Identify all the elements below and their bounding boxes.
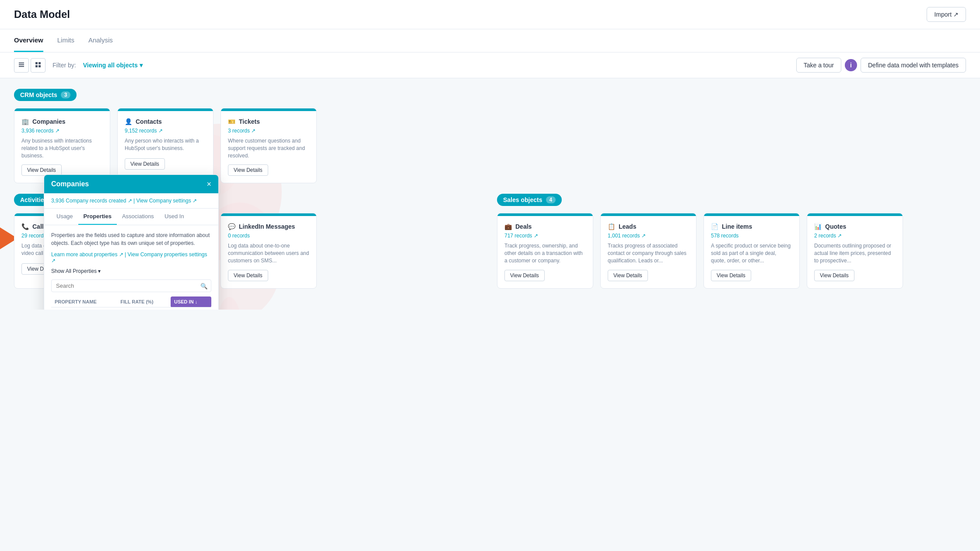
tickets-card: 🎫 Tickets 3 records ↗ Where customer que… bbox=[220, 108, 317, 183]
table-row: Type Radio select 26.52% 36 ↗ bbox=[51, 307, 211, 310]
popup-close-button[interactable]: × bbox=[206, 180, 211, 188]
linkedin-icon: 💬 bbox=[228, 223, 235, 230]
svg-rect-1 bbox=[19, 64, 24, 65]
list-view-icon bbox=[18, 61, 25, 68]
svg-rect-3 bbox=[35, 62, 38, 64]
filter-label: Filter by: bbox=[52, 62, 76, 69]
right-col: Sales objects 4 💼 Deals 717 records ↗ Tr… bbox=[497, 194, 966, 299]
search-input[interactable] bbox=[51, 279, 211, 292]
filter-value[interactable]: Viewing all objects ▾ bbox=[83, 62, 143, 69]
popup-tab-properties[interactable]: Properties bbox=[78, 209, 117, 225]
define-template-button[interactable]: Define data model with templates bbox=[861, 58, 966, 73]
grid-view-button[interactable] bbox=[31, 58, 46, 73]
leads-icon: 📋 bbox=[608, 223, 615, 230]
tab-analysis[interactable]: Analysis bbox=[88, 29, 113, 52]
crm-cards-grid: 🏢 Companies 3,936 records ↗ Any business… bbox=[14, 108, 966, 183]
search-bar: 🔍 bbox=[51, 279, 211, 292]
tab-limits[interactable]: Limits bbox=[57, 29, 74, 52]
info-icon[interactable]: i bbox=[845, 59, 857, 71]
sales-objects-section: Sales objects 4 💼 Deals 717 records ↗ Tr… bbox=[497, 194, 966, 288]
deals-icon: 💼 bbox=[504, 223, 512, 230]
quotes-card: 📊 Quotes 2 records ↗ Documents outlining… bbox=[807, 213, 903, 288]
contacts-card: 👤 Contacts 9,152 records ↗ Any person wh… bbox=[117, 108, 214, 183]
show-all-properties[interactable]: Show All Properties ▾ bbox=[51, 268, 211, 274]
toolbar: Filter by: Viewing all objects ▾ Take a … bbox=[0, 52, 980, 78]
main-tabs: Overview Limits Analysis bbox=[0, 29, 980, 52]
used-in-header[interactable]: USED IN ↓ bbox=[171, 296, 211, 307]
svg-rect-5 bbox=[35, 65, 38, 67]
popup-description: Properties are the fields used to captur… bbox=[51, 231, 211, 247]
popup-tabs: Usage Properties Associations Used In bbox=[44, 209, 218, 225]
search-icon-button[interactable]: 🔍 bbox=[200, 282, 208, 289]
view-toggle bbox=[14, 58, 46, 73]
toolbar-left: Filter by: Viewing all objects ▾ bbox=[14, 58, 143, 73]
popup-title: Companies bbox=[51, 180, 89, 188]
grid-view-icon bbox=[35, 61, 42, 68]
take-tour-button[interactable]: Take a tour bbox=[796, 58, 841, 73]
svg-rect-2 bbox=[19, 66, 24, 67]
companies-popup: Companies × 3,936 Company records create… bbox=[44, 174, 219, 310]
main-content: CRM objects 3 🏢 Companies 3,936 records … bbox=[0, 78, 980, 310]
company-icon: 🏢 bbox=[21, 118, 29, 125]
page-header: Data Model Import ↗ bbox=[0, 0, 980, 29]
popup-links: Learn more about properties ↗ | View Com… bbox=[51, 251, 211, 264]
linkedin-messages-card: 💬 LinkedIn Messages 0 records Log data a… bbox=[220, 213, 317, 288]
property-name-header: PROPERTY NAME bbox=[51, 296, 117, 307]
toolbar-right: Take a tour i Define data model with tem… bbox=[796, 58, 966, 73]
popup-tab-used-in[interactable]: Used In bbox=[159, 209, 189, 225]
sales-cards-grid: 💼 Deals 717 records ↗ Track progress, ow… bbox=[497, 213, 966, 288]
crm-section-header: CRM objects 3 bbox=[14, 89, 77, 101]
leads-view-details-button[interactable]: View Details bbox=[608, 270, 648, 281]
quotes-view-details-button[interactable]: View Details bbox=[814, 270, 854, 281]
properties-table: PROPERTY NAME FILL RATE (%) USED IN ↓ Ty… bbox=[51, 296, 211, 310]
import-button[interactable]: Import ↗ bbox=[927, 7, 966, 22]
sales-section-header: Sales objects 4 bbox=[497, 194, 562, 206]
companies-card: 🏢 Companies 3,936 records ↗ Any business… bbox=[14, 108, 110, 183]
popup-header: Companies × bbox=[44, 175, 218, 193]
calls-icon: 📞 bbox=[21, 223, 29, 230]
leads-card: 📋 Leads 1,001 records ↗ Tracks progress … bbox=[600, 213, 696, 288]
list-view-button[interactable] bbox=[14, 58, 29, 73]
line-items-card: 📄 Line items 578 records A specific prod… bbox=[704, 213, 800, 288]
tickets-view-details-button[interactable]: View Details bbox=[228, 164, 268, 176]
contacts-view-details-button[interactable]: View Details bbox=[125, 158, 165, 170]
svg-rect-0 bbox=[19, 63, 24, 63]
quotes-icon: 📊 bbox=[814, 223, 822, 230]
deals-card: 💼 Deals 717 records ↗ Track progress, ow… bbox=[497, 213, 593, 288]
popup-tab-usage[interactable]: Usage bbox=[51, 209, 78, 225]
ticket-icon: 🎫 bbox=[228, 118, 235, 125]
contact-icon: 👤 bbox=[125, 118, 132, 125]
page-title: Data Model bbox=[14, 8, 70, 21]
svg-rect-6 bbox=[38, 65, 41, 67]
popup-subheader: 3,936 Company records created ↗ | View C… bbox=[44, 193, 218, 209]
line-items-icon: 📄 bbox=[711, 223, 718, 230]
line-items-view-details-button[interactable]: View Details bbox=[711, 270, 751, 281]
fill-rate-header: FILL RATE (%) bbox=[117, 296, 171, 307]
crm-objects-section: CRM objects 3 🏢 Companies 3,936 records … bbox=[14, 89, 966, 183]
deals-view-details-button[interactable]: View Details bbox=[504, 270, 545, 281]
svg-rect-4 bbox=[38, 62, 41, 64]
tab-overview[interactable]: Overview bbox=[14, 29, 43, 52]
popup-tab-associations[interactable]: Associations bbox=[117, 209, 159, 225]
popup-content: Properties are the fields used to captur… bbox=[44, 225, 218, 310]
linkedin-view-details-button[interactable]: View Details bbox=[228, 270, 268, 281]
